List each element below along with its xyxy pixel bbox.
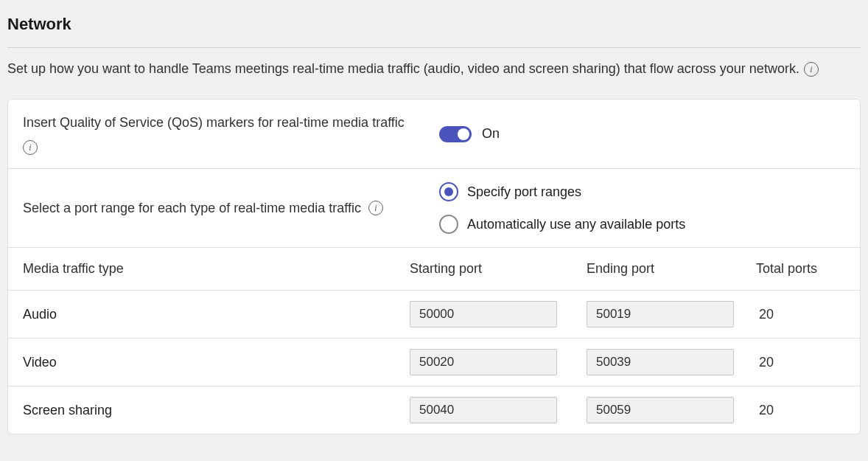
table-row: Screen sharing 20 — [8, 387, 860, 434]
audio-start-port-input[interactable] — [410, 301, 557, 327]
radio-label: Automatically use any available ports — [467, 217, 685, 232]
qos-toggle[interactable] — [439, 126, 472, 142]
screenshare-total-ports: 20 — [756, 403, 845, 418]
qos-label: Insert Quality of Service (QoS) markers … — [23, 113, 439, 155]
qos-control: On — [439, 126, 845, 142]
settings-card: Insert Quality of Service (QoS) markers … — [7, 99, 861, 434]
col-header-start: Starting port — [410, 261, 587, 277]
page-description-text: Set up how you want to handle Teams meet… — [7, 61, 799, 77]
media-type-label: Audio — [23, 307, 410, 322]
radio-icon — [439, 215, 458, 234]
port-range-row: Select a port range for each type of rea… — [8, 169, 860, 248]
video-end-port-input[interactable] — [587, 349, 734, 375]
qos-label-text: Insert Quality of Service (QoS) markers … — [23, 113, 405, 133]
toggle-knob — [458, 128, 469, 140]
video-start-port-input[interactable] — [410, 349, 557, 375]
port-range-radio-group: Specify port ranges Automatically use an… — [439, 182, 685, 234]
port-table-header: Media traffic type Starting port Ending … — [8, 248, 860, 291]
radio-icon — [439, 182, 458, 201]
qos-row: Insert Quality of Service (QoS) markers … — [8, 100, 860, 169]
page-title: Network — [7, 15, 861, 34]
port-range-label: Select a port range for each type of rea… — [23, 198, 439, 218]
screenshare-end-port-input[interactable] — [587, 397, 734, 423]
divider — [7, 47, 861, 48]
radio-specify-port-ranges[interactable]: Specify port ranges — [439, 182, 685, 201]
media-type-label: Screen sharing — [23, 403, 410, 418]
audio-end-port-input[interactable] — [587, 301, 734, 327]
radio-auto-ports[interactable]: Automatically use any available ports — [439, 215, 685, 234]
page-description: Set up how you want to handle Teams meet… — [7, 61, 861, 77]
video-total-ports: 20 — [756, 355, 845, 370]
col-header-total: Total ports — [756, 261, 845, 277]
info-icon[interactable] — [368, 201, 383, 215]
port-range-control: Specify port ranges Automatically use an… — [439, 182, 845, 234]
audio-total-ports: 20 — [756, 307, 845, 322]
media-type-label: Video — [23, 355, 410, 370]
table-row: Video 20 — [8, 339, 860, 387]
col-header-type: Media traffic type — [23, 261, 410, 277]
info-icon[interactable] — [23, 140, 38, 155]
qos-toggle-label: On — [482, 126, 500, 142]
info-icon[interactable] — [804, 62, 819, 77]
screenshare-start-port-input[interactable] — [410, 397, 557, 423]
col-header-end: Ending port — [587, 261, 756, 277]
radio-label: Specify port ranges — [467, 184, 581, 200]
port-range-label-text: Select a port range for each type of rea… — [23, 198, 361, 218]
table-row: Audio 20 — [8, 291, 860, 339]
